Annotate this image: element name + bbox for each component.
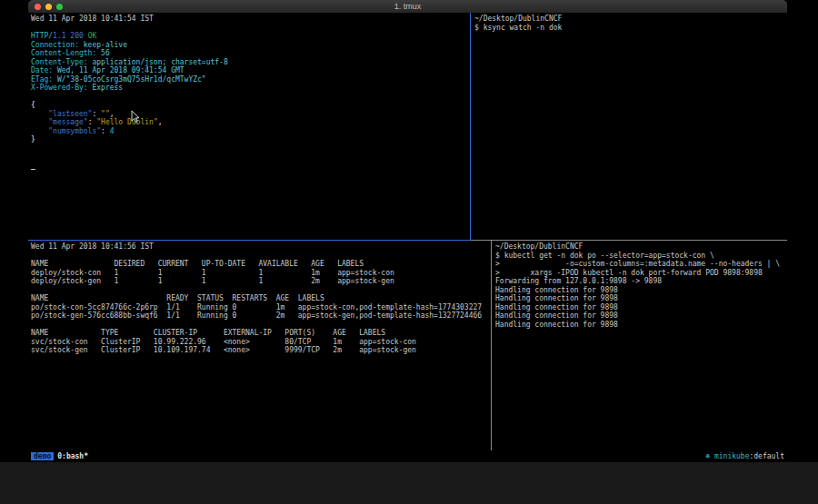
pane-divider-vertical-bottom [491,241,492,450]
terminal-line [31,24,470,33]
pane-kubectl-get[interactable]: Wed 11 Apr 2018 10:41:56 IST NAME DESIRE… [28,241,491,450]
terminal-line [31,286,491,295]
k8s-context-icon: ☸ minikube [705,452,749,460]
pane-divider-vertical-top [470,13,471,240]
terminal-line: { [31,101,470,110]
pane-http-response[interactable]: Wed 11 Apr 2018 10:41:54 IST HTTP/1.1 20… [28,13,470,240]
tmux-window-item[interactable]: 0:bash* [57,452,88,460]
window-titlebar[interactable]: 1. tmux [28,0,787,13]
terminal-line [31,144,470,153]
terminal-line: Wed 11 Apr 2018 10:41:54 IST [31,15,470,24]
window-title: 1. tmux [28,0,787,13]
terminal-line: Handling connection for 9898 [495,303,787,312]
terminal-line [31,321,491,330]
terminal-line: Handling connection for 9898 [495,294,787,303]
terminal-line: ETag: W/"38-05coCsrg3mQ75sHr1d/qcMTwYZc" [31,75,470,84]
terminal-line: deploy/stock-con 1 1 1 1 1m app=stock-co… [31,269,491,278]
terminal-line: "lastseen": "", [31,110,470,119]
terminal-window: 1. tmux Wed 11 Apr 2018 10:41:54 IST HTT… [28,0,787,462]
terminal-line: "message": "Hello Dublin", [31,118,470,127]
minimize-button[interactable] [45,4,52,10]
pane-port-forward[interactable]: ~/Desktop/DublinCNCF$ kubectl get -n dok… [493,241,787,450]
terminal-line: Date: Wed, 11 Apr 2018 09:41:54 GMT [31,66,470,75]
terminal-line: Content-Length: 56 [31,49,470,58]
pane-ksync[interactable]: ~/Desktop/DublinCNCF$ ksync watch -n dok [472,13,787,240]
terminal-line: ~/Desktop/DublinCNCF [495,242,787,252]
terminal-line: svc/stock-gen ClusterIP 10.109.197.74 <n… [31,346,491,355]
terminal-line: po/stock-gen-576cc688bb-swqf6 1/1 Runnin… [31,311,491,321]
terminal-line: ~/Desktop/DublinCNCF [474,15,787,24]
terminal-line [31,93,470,102]
terminal-line: HTTP/1.1 200 OK [31,32,470,41]
terminal-line: po/stock-con-5cc874766c-2p6rp 1/1 Runnin… [31,303,491,312]
terminal-line: $ ksync watch -n dok [474,24,787,33]
terminal-line: > xargs -IPOD kubectl -n dok port-forwar… [495,269,787,278]
k8s-namespace: :default [749,452,784,460]
terminal-line [31,252,491,261]
terminal-line: deploy/stock-gen 1 1 1 1 2m app=stock-ge… [31,277,491,286]
terminal-line: NAME DESIRED CURRENT UP-TO-DATE AVAILABL… [31,260,491,269]
close-button[interactable] [35,4,41,10]
terminal-line: Connection: keep-alive [31,41,470,50]
terminal-line: > -o=custom-columns=:metadata.name --no-… [495,260,787,269]
terminal-line: svc/stock-con ClusterIP 10.99.222.96 <no… [31,338,491,347]
terminal-line: Handling connection for 9898 [495,286,787,295]
bottom-strip [0,462,818,504]
terminal-line: "numsymbols": 4 [31,127,470,136]
terminal-line: NAME TYPE CLUSTER-IP EXTERNAL-IP PORT(S)… [31,329,491,338]
terminal-line: Handling connection for 9898 [495,321,787,330]
zoom-button[interactable] [56,4,63,10]
terminal-line: NAME READY STATUS RESTARTS AGE LABELS [31,294,491,303]
terminal-line: _ [31,162,470,171]
terminal-line: X-Powered-By: Express [31,84,470,93]
terminal-line: Content-Type: application/json; charset=… [31,58,470,67]
tmux-status-right: ☸ minikube:default [705,450,784,462]
terminal-line: Forwarding from 127.0.0.1:9898 -> 9898 [495,277,787,286]
terminal-line: Wed 11 Apr 2018 10:41:56 IST [31,242,491,252]
tmux-status-bar: demo0:bash* ☸ minikube:default [28,450,787,462]
tmux-session-name: demo [31,452,54,460]
desktop-background: 1. tmux Wed 11 Apr 2018 10:41:54 IST HTT… [0,0,818,504]
traffic-lights [28,4,63,10]
mouse-cursor [131,111,140,124]
terminal-line: Handling connection for 9898 [495,311,787,321]
terminal-line [31,153,470,162]
terminal-line: } [31,135,470,144]
terminal-line: $ kubectl get -n dok po --selector=app=s… [495,252,787,261]
tmux-status-left: demo0:bash* [31,450,88,462]
